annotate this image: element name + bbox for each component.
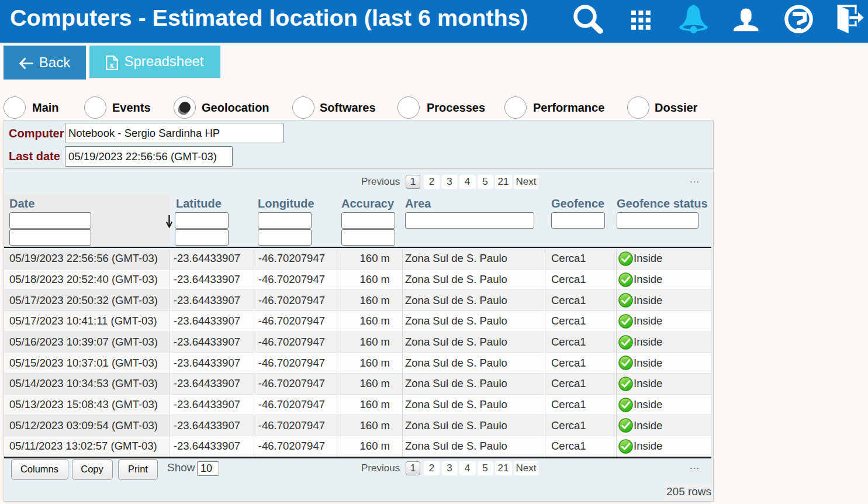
svg-text:x: x xyxy=(110,60,115,70)
